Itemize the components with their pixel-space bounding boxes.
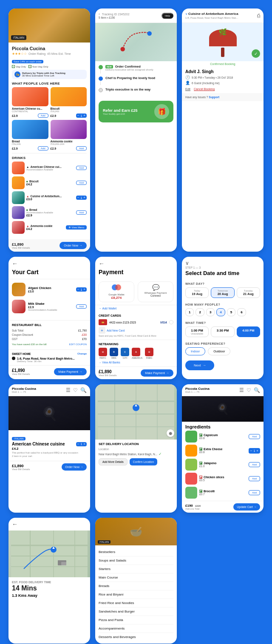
support-link[interactable]: Support — [209, 96, 219, 99]
category-breads[interactable]: Breads — [99, 582, 173, 590]
ing-qty-plus-cheese[interactable]: + — [256, 449, 258, 453]
add-button-1[interactable]: Add — [38, 113, 48, 118]
svg-point-3 — [115, 284, 121, 290]
more-details-button[interactable]: Add More Details — [99, 458, 128, 465]
indoor-option[interactable]: Indoor — [185, 347, 205, 355]
food-hero-icon: 🍳 — [216, 403, 229, 415]
edit-button[interactable]: Edit — [185, 88, 190, 91]
credit-card-1[interactable]: 💳 4422-xxxx-2123-2323 VISA — [99, 319, 173, 325]
ing-add-jalapeno[interactable]: Add — [249, 462, 260, 467]
drink-add-2[interactable]: Add — [76, 181, 87, 185]
status-2-text: Chef is Preparing the lovely food — [105, 76, 155, 80]
google-pay-method[interactable]: Google Wallet £8,274 — [99, 281, 134, 302]
bank-hdfc[interactable]: H HDFC — [99, 348, 107, 359]
drink-add-1[interactable]: Add — [76, 166, 87, 170]
cart-qty-minus-1[interactable]: − — [77, 288, 79, 291]
nonveg-icon-5: ▲ — [26, 224, 29, 227]
people-2[interactable]: 2 — [196, 308, 204, 316]
time-4pm[interactable]: 4:00 PM — [237, 326, 260, 337]
search-icon-ing[interactable]: 🔍 — [254, 387, 260, 393]
date-19[interactable]: Today 19 Aug — [185, 287, 209, 298]
add-button-3[interactable]: Add — [38, 146, 48, 150]
back-button[interactable]: ← — [12, 260, 87, 267]
help-button[interactable]: Help — [162, 13, 173, 19]
featured-qty-minus[interactable]: − — [77, 443, 79, 446]
heart-icon-ing[interactable]: ♡ — [246, 387, 251, 393]
heart-icon[interactable]: ♡ — [73, 387, 78, 393]
featured-order-btn[interactable]: Order Now → — [62, 463, 87, 471]
view-menu-btn[interactable]: 👁 View Menu — [66, 225, 87, 230]
cart-add-2[interactable]: Add — [76, 304, 87, 309]
cart-qty-plus-1[interactable]: + — [83, 288, 85, 291]
qty-plus-2[interactable]: + — [83, 114, 85, 117]
share-icon[interactable]: ⎙ — [257, 13, 260, 19]
veg-indicator-3 — [199, 462, 202, 465]
time-1pm[interactable]: 1:00 PM Unavailable — [185, 326, 209, 337]
booking-user-name: Advit J. Singh — [185, 69, 260, 74]
category-main-course[interactable]: Main Course — [99, 573, 173, 582]
order-now-button[interactable]: Order Now → — [60, 242, 87, 249]
category-desserts[interactable]: Desserts and Beverages — [99, 633, 173, 641]
people-5[interactable]: 5 — [227, 308, 235, 316]
people-4[interactable]: 4 — [216, 308, 225, 316]
outdoor-option[interactable]: Outdoor — [208, 347, 230, 355]
confirm-location-button[interactable]: Confirm Location — [130, 458, 157, 465]
cc-icon: 💳 — [99, 319, 107, 325]
address-change-button[interactable]: Change — [77, 352, 87, 355]
add-card-text: Add New Card — [107, 329, 125, 332]
food-delivery-back[interactable]: ← — [12, 521, 18, 528]
veg-only-option[interactable]: Veg Only — [12, 65, 26, 68]
people-6[interactable]: 6 — [237, 308, 246, 316]
category-soups[interactable]: Soups and Salads — [99, 556, 173, 565]
drink-qty-plus-3[interactable]: + — [83, 196, 85, 199]
search-icon[interactable]: 🔍 — [80, 387, 87, 393]
category-accompaniments[interactable]: Accompaniments — [99, 624, 173, 633]
nonveg-only-option[interactable]: Non-Veg Only — [28, 65, 48, 68]
drink-add-4[interactable]: Add — [76, 210, 87, 215]
bank-america[interactable]: A AMERICA — [132, 348, 142, 359]
category-bestsellers[interactable]: Bestsellers — [99, 548, 173, 556]
whatsapp-pay-method[interactable]: 💬 Whatsapp Payment Connect — [138, 281, 173, 302]
cc-radio[interactable] — [169, 320, 173, 324]
date-20[interactable]: Tomorrow 20 Aug — [211, 287, 234, 298]
make-payment-btn[interactable]: Make Payment → — [141, 369, 173, 377]
cancel-booking-button[interactable]: Cancel Booking — [194, 88, 215, 91]
bank-citi[interactable]: C CITI — [121, 348, 129, 359]
make-payment-button[interactable]: Make Payment → — [54, 368, 87, 375]
time-options: 1:00 PM Unavailable 3:30 PM 4:00 PM — [185, 326, 260, 337]
update-cart-button[interactable]: Update Cart → — [233, 503, 260, 511]
category-rice[interactable]: Rice and Biryani — [99, 590, 173, 599]
featured-qty: − 1 + — [76, 442, 87, 446]
next-button[interactable]: Next → — [185, 360, 214, 370]
bank-hsbc[interactable]: H HSBC — [145, 348, 153, 359]
ing-add-chicken[interactable]: Add — [249, 476, 260, 481]
add-wallet-row[interactable]: → Add Wallet — [95, 305, 177, 312]
category-fried-rice[interactable]: Fried Rice and Noodles — [99, 599, 173, 607]
gst-row: GST £70 — [12, 338, 87, 340]
payment-back-button[interactable]: ← — [99, 260, 173, 267]
edit-coupon-button[interactable]: EDIT COUPON — [69, 343, 87, 346]
datetime-chevron[interactable]: ∨ — [185, 260, 260, 266]
drink-item-3: ▲Cuisine of Antebellum... £3.0 − 1 + — [12, 191, 87, 204]
qty-minus-2[interactable]: − — [77, 114, 79, 117]
drink-qty-minus-3[interactable]: − — [77, 196, 79, 199]
featured-qty-plus[interactable]: + — [83, 443, 85, 446]
ing-add-capsicum[interactable]: Add — [249, 434, 260, 439]
ing-qty-minus-cheese[interactable]: − — [250, 449, 252, 453]
category-sandwiches[interactable]: Sandwiches and Burger — [99, 607, 173, 616]
view-all-banks[interactable]: → View All Banks — [99, 361, 173, 364]
date-21[interactable]: Tuesday 21 Aug — [237, 287, 260, 298]
add-button-4[interactable]: Add — [76, 146, 87, 150]
bank-rbs[interactable]: R RBS — [110, 348, 118, 359]
time-330pm[interactable]: 3:30 PM — [211, 326, 234, 337]
list-icon-ing[interactable]: ☰ — [239, 387, 244, 393]
people-1[interactable]: 1 — [185, 308, 194, 316]
location-btn[interactable]: ⊕ — [167, 429, 174, 437]
add-new-card-row[interactable]: + Add New Card — [99, 327, 173, 334]
category-starters[interactable]: Starters — [99, 565, 173, 573]
ing-add-brocolli[interactable]: Add — [249, 490, 260, 495]
people-3[interactable]: 3 — [206, 308, 215, 316]
list-icon[interactable]: ☰ — [66, 387, 71, 393]
categories-list: Bestsellers Soups and Salads Starters Ma… — [95, 545, 177, 644]
category-pizza[interactable]: Pizza and Pasta — [99, 616, 173, 624]
